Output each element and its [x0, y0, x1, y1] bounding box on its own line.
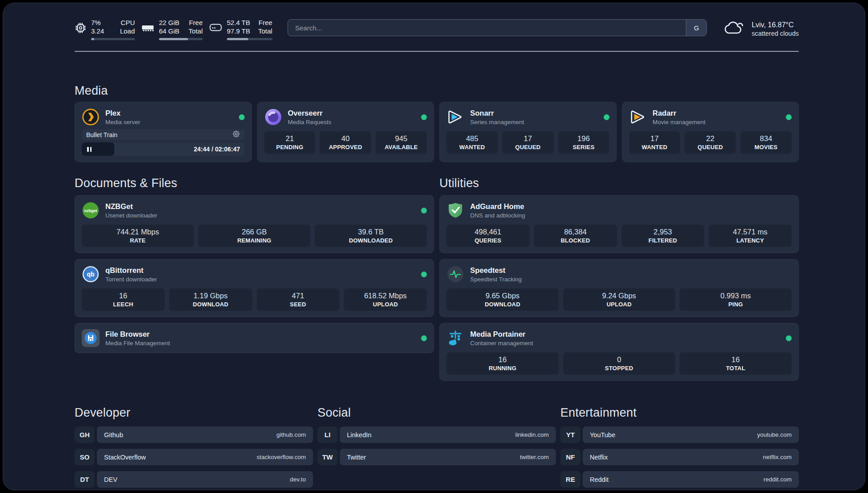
cloud-icon	[724, 20, 745, 38]
overseerr-card[interactable]: Overseerr Media Requests 21 PENDING 40 A…	[257, 102, 434, 162]
search-input[interactable]	[288, 20, 686, 36]
section-social: Social LI LinkedIn linkedin.com TW Twitt…	[317, 406, 556, 488]
card-subtitle: Media server	[105, 118, 140, 126]
storage-stat: 52.4 TB 97.9 TB Free Total	[209, 18, 272, 40]
stat-box: 22 QUEUED	[684, 131, 736, 154]
settings-icon[interactable]	[232, 130, 240, 140]
link-abbr: YT	[560, 426, 580, 443]
portainer-card[interactable]: Media Portainer Container management 16 …	[439, 323, 799, 381]
top-bar: 7% 3.24 CPU Load	[75, 18, 799, 40]
link-youtube[interactable]: YT YouTube youtube.com	[560, 426, 799, 443]
status-dot	[421, 114, 427, 120]
qbittorrent-icon: qb	[82, 265, 100, 283]
search-engine-button[interactable]: G	[686, 20, 706, 36]
status-dot	[786, 114, 792, 120]
card-subtitle: Speedtest Tracking	[470, 276, 522, 283]
section-utilities: Utilities	[439, 176, 799, 381]
filebrowser-card[interactable]: File Browser Media File Management	[75, 323, 434, 353]
section-entertainment: Entertainment YT YouTube youtube.com NF …	[560, 406, 799, 488]
status-dot	[786, 335, 792, 341]
sonarr-card[interactable]: Sonarr Series management 485 WANTED 17 Q…	[439, 102, 617, 162]
speedtest-icon	[447, 265, 464, 283]
stat-box: 86,384 BLOCKED	[534, 225, 617, 247]
dashboard-content: 7% 3.24 CPU Load	[3, 3, 865, 490]
stat-box: 16 RUNNING	[447, 352, 559, 375]
stat-box: 485 WANTED	[447, 131, 498, 154]
link-linkedin[interactable]: LI LinkedIn linkedin.com	[317, 426, 556, 443]
section-title-social: Social	[317, 406, 556, 419]
nzbget-icon: nzbget	[82, 201, 100, 219]
stat-box: 21 PENDING	[264, 131, 316, 154]
plex-icon	[82, 108, 100, 126]
status-dot	[604, 114, 609, 120]
link-dev[interactable]: DT DEV dev.to	[75, 471, 313, 488]
sonarr-icon	[447, 108, 464, 126]
link-url: dev.to	[290, 476, 306, 483]
link-name: StackOverflow	[104, 454, 146, 461]
storage-icon	[209, 18, 222, 37]
stat-box: 0.993 ms PING	[680, 288, 792, 311]
link-twitter[interactable]: TW Twitter twitter.com	[317, 449, 556, 465]
status-dot	[421, 208, 427, 213]
system-stats: 7% 3.24 CPU Load	[75, 18, 272, 40]
cpu-icon	[75, 18, 87, 37]
dashboard-window: 7% 3.24 CPU Load	[3, 3, 865, 490]
cpu-labels: CPU Load	[120, 18, 135, 35]
link-reddit[interactable]: RE Reddit reddit.com	[560, 471, 799, 488]
cpu-stat: 7% 3.24 CPU Load	[75, 18, 135, 40]
link-name: YouTube	[590, 431, 615, 439]
stat-box: 9.65 Gbps DOWNLOAD	[447, 288, 559, 311]
cpu-values: 7% 3.24	[91, 18, 104, 35]
stat-box: 945 AVAILABLE	[376, 131, 427, 154]
link-url: reddit.com	[764, 476, 792, 483]
search-bar[interactable]: G	[288, 19, 707, 36]
link-abbr: TW	[317, 449, 338, 465]
card-title: Speedtest	[470, 266, 522, 275]
link-github[interactable]: GH Github github.com	[75, 426, 313, 443]
storage-labels: Free Total	[258, 18, 272, 35]
link-name: Netflix	[590, 454, 608, 461]
link-abbr: LI	[317, 426, 338, 443]
svg-text:nzbget: nzbget	[84, 209, 97, 213]
status-dot	[421, 272, 427, 277]
adguard-card[interactable]: AdGuard Home DNS and adblocking 498,461 …	[439, 195, 799, 253]
stat-box: 266 GB REMAINING	[198, 225, 310, 247]
playback-time: 24:44 / 02:06:47	[194, 146, 240, 153]
card-subtitle: Media Requests	[288, 118, 332, 126]
qbittorrent-card[interactable]: qb qBittorrent Torrent downloader 16 LEE…	[75, 259, 434, 317]
link-url: linkedin.com	[515, 431, 549, 438]
link-url: youtube.com	[757, 431, 792, 438]
link-stackoverflow[interactable]: SO StackOverflow stackoverflow.com	[75, 449, 313, 465]
adguard-icon	[447, 201, 464, 219]
stat-box: 47.571 ms LATENCY	[709, 225, 792, 247]
plex-card[interactable]: Plex Media server Bullet Train	[75, 102, 252, 162]
weather-location: Lviv, 16.87°C	[751, 20, 799, 29]
stat-box: 0 STOPPED	[563, 352, 675, 375]
status-dot	[421, 335, 427, 341]
filebrowser-icon	[82, 329, 100, 347]
memory-stat: 22 GiB 64 GiB Free Total	[141, 18, 203, 40]
link-netflix[interactable]: NF Netflix netflix.com	[560, 449, 799, 465]
radarr-card[interactable]: Radarr Movie management 17 WANTED 22 QUE…	[622, 102, 799, 162]
link-abbr: RE	[560, 471, 580, 488]
nzbget-card[interactable]: nzbget NZBGet Usenet downloader 744.21 M…	[75, 195, 434, 253]
stat-box: 498,461 QUERIES	[447, 225, 530, 247]
status-dot	[239, 114, 245, 120]
link-abbr: GH	[75, 426, 95, 443]
stat-box: 16 LEECH	[82, 288, 165, 311]
header-divider	[75, 51, 799, 52]
stat-box: 618.52 Mbps UPLOAD	[344, 288, 427, 311]
section-title-documents: Documents & Files	[75, 176, 434, 190]
speedtest-card[interactable]: Speedtest Speedtest Tracking 9.65 Gbps D…	[439, 259, 799, 317]
link-abbr: SO	[75, 449, 95, 465]
card-title: Radarr	[653, 109, 706, 118]
link-url: github.com	[276, 431, 306, 438]
card-title: AdGuard Home	[470, 202, 525, 211]
link-name: Twitter	[347, 454, 366, 461]
stat-box: 9.24 Gbps UPLOAD	[563, 288, 675, 311]
plex-now-playing: Bullet Train 24:44 / 02:06:47	[82, 129, 245, 156]
card-title: qBittorrent	[105, 266, 157, 275]
cpu-progress-bar	[91, 38, 135, 40]
card-subtitle: Media File Management	[105, 339, 170, 347]
section-title-media: Media	[75, 84, 799, 97]
